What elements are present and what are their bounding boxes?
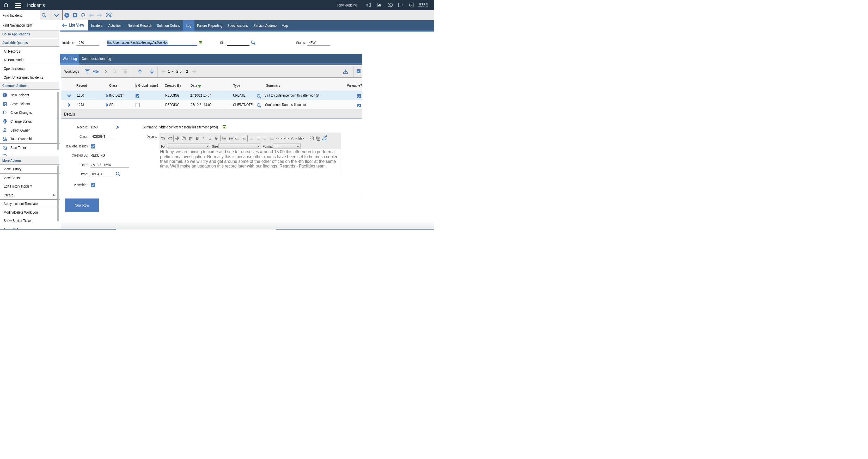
svg-text:?: ?	[410, 3, 412, 7]
